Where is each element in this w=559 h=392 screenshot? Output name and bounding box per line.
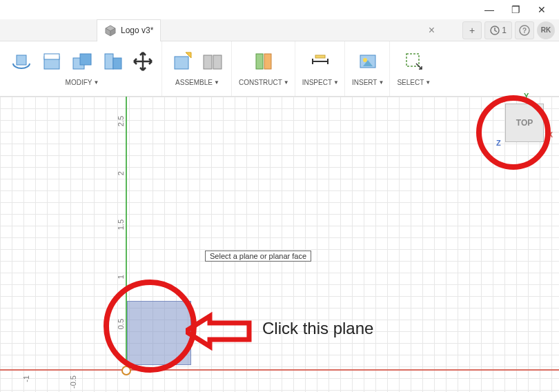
caret-down-icon: ▼ bbox=[333, 79, 339, 86]
tab-close-button[interactable]: × bbox=[429, 24, 435, 37]
move-tool[interactable] bbox=[130, 48, 156, 75]
job-status-button[interactable]: 1 bbox=[484, 21, 512, 39]
svg-rect-11 bbox=[105, 54, 113, 69]
y-tick: 2 bbox=[117, 171, 125, 175]
svg-rect-13 bbox=[175, 57, 188, 69]
svg-point-21 bbox=[363, 58, 367, 62]
window-titlebar: — ❐ ✕ bbox=[0, 0, 559, 19]
modify-dropdown[interactable]: MODIFY▼ bbox=[66, 79, 99, 86]
annotation-circle-viewcube bbox=[476, 95, 551, 170]
new-component-tool[interactable] bbox=[169, 48, 195, 75]
clock-icon bbox=[490, 26, 500, 35]
inspect-dropdown[interactable]: INSPECT▼ bbox=[302, 79, 339, 86]
caret-down-icon: ▼ bbox=[284, 79, 289, 86]
tab-title: Logo v3* bbox=[121, 26, 153, 35]
caret-down-icon: ▼ bbox=[425, 79, 431, 86]
insert-dropdown[interactable]: INSERT▼ bbox=[352, 79, 384, 86]
main-toolbar: MODIFY▼ ASSEMBLE▼ CONSTRUCT▼ bbox=[0, 41, 559, 97]
x-tick: -0.5 bbox=[69, 375, 77, 389]
measure-tool[interactable] bbox=[307, 48, 333, 75]
fillet-tool[interactable] bbox=[39, 48, 65, 75]
y-tick: 2.5 bbox=[117, 116, 125, 126]
caret-down-icon: ▼ bbox=[378, 79, 384, 86]
inspect-group: INSPECT▼ bbox=[297, 41, 345, 96]
cube-icon bbox=[104, 24, 117, 37]
modify-group: MODIFY▼ bbox=[3, 41, 162, 96]
construct-dropdown[interactable]: CONSTRUCT▼ bbox=[239, 79, 289, 86]
y-tick: 1.5 bbox=[117, 219, 125, 230]
svg-rect-12 bbox=[113, 58, 121, 69]
select-tool[interactable] bbox=[401, 48, 427, 75]
svg-rect-18 bbox=[264, 54, 271, 69]
modeling-canvas[interactable]: 2.5 2 1.5 1 0.5 -1 -0.5 Select a plane o… bbox=[0, 97, 559, 392]
svg-rect-10 bbox=[80, 54, 91, 65]
insert-group: INSERT▼ bbox=[346, 41, 390, 96]
annotation-label: Click this plane bbox=[262, 319, 373, 338]
svg-rect-6 bbox=[17, 55, 26, 65]
press-pull-tool[interactable] bbox=[8, 48, 35, 75]
svg-text:?: ? bbox=[522, 27, 527, 35]
combine-tool[interactable] bbox=[69, 48, 95, 75]
canvas-grid bbox=[0, 97, 559, 392]
annotation-circle-plane bbox=[104, 280, 197, 373]
align-tool[interactable] bbox=[99, 48, 126, 75]
svg-rect-8 bbox=[44, 54, 59, 59]
user-avatar[interactable]: RK bbox=[537, 21, 555, 39]
svg-rect-19 bbox=[315, 55, 325, 58]
document-tabbar: Logo v3* × + 1 ? RK bbox=[0, 19, 559, 41]
job-count: 1 bbox=[502, 26, 507, 35]
tooltip-hint: Select a plane or planar face bbox=[205, 251, 311, 262]
svg-rect-17 bbox=[256, 54, 263, 69]
new-tab-button[interactable]: + bbox=[462, 21, 482, 39]
assemble-group: ASSEMBLE▼ bbox=[164, 41, 232, 96]
select-dropdown[interactable]: SELECT▼ bbox=[397, 79, 431, 86]
assemble-dropdown[interactable]: ASSEMBLE▼ bbox=[175, 79, 219, 86]
document-tab[interactable]: Logo v3* bbox=[97, 19, 161, 41]
window-minimize-button[interactable]: — bbox=[476, 1, 502, 19]
x-axis bbox=[0, 369, 559, 371]
insert-tool[interactable] bbox=[355, 48, 381, 75]
select-group: SELECT▼ bbox=[391, 41, 436, 96]
plane-tool[interactable] bbox=[251, 48, 277, 75]
joint-tool[interactable] bbox=[199, 48, 226, 75]
annotation-arrow bbox=[186, 311, 255, 352]
help-icon: ? bbox=[519, 25, 530, 36]
svg-rect-16 bbox=[213, 55, 222, 69]
caret-down-icon: ▼ bbox=[214, 79, 219, 86]
svg-marker-24 bbox=[186, 316, 249, 346]
caret-down-icon: ▼ bbox=[93, 79, 99, 86]
x-tick: -1 bbox=[22, 375, 30, 382]
window-maximize-button[interactable]: ❐ bbox=[502, 1, 529, 19]
tabbar-right-controls: + 1 ? RK bbox=[462, 21, 555, 39]
svg-rect-15 bbox=[204, 55, 212, 69]
y-tick: 1 bbox=[117, 275, 125, 279]
construct-group: CONSTRUCT▼ bbox=[233, 41, 295, 96]
help-button[interactable]: ? bbox=[515, 21, 534, 39]
window-close-button[interactable]: ✕ bbox=[529, 1, 555, 19]
